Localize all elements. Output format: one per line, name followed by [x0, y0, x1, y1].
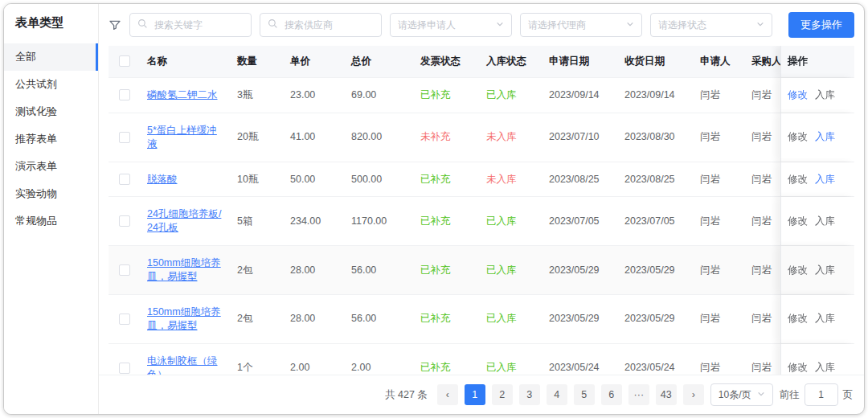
quantity-cell: 3瓶: [231, 78, 284, 113]
agent-select-placeholder: 请选择代理商: [528, 18, 586, 32]
sidebar-item[interactable]: 实验动物: [4, 180, 98, 207]
row-checkbox[interactable]: [119, 89, 130, 100]
store-action-link[interactable]: 入库: [815, 130, 835, 144]
page-number-button[interactable]: 3: [519, 384, 540, 405]
table-body: 磷酸氢二钾二水 3瓶 23.00 69.00 已补充 已入库 2023/09/1…: [108, 78, 854, 375]
apply-date-cell: 2023/09/14: [542, 78, 618, 113]
modify-action-link[interactable]: 修改: [788, 264, 808, 277]
apply-date-cell: 2023/05/24: [542, 344, 618, 375]
table-row: 电泳制胶框（绿色） 1个 2.00 2.00 已补充 已入库 2023/05/2…: [108, 344, 854, 375]
applicant-cell: 闫岩: [694, 162, 745, 197]
search-supplier-box: [260, 13, 382, 37]
goto-page-group: 前往 页: [780, 383, 854, 406]
select-all-checkbox[interactable]: [119, 55, 130, 67]
page-number-button[interactable]: 2: [492, 384, 513, 405]
next-page-button[interactable]: ›: [683, 384, 704, 405]
table-row: 150mm细胞培养皿，易握型 2包 28.00 56.00 已补充 已入库 20…: [108, 246, 854, 295]
item-name-link[interactable]: 脱落酸: [147, 173, 178, 186]
table-area: 名称 数量 单价 总价 发票状态 入库状态 申请日期 收货日期 申请人 采购人 …: [108, 46, 854, 375]
status-select[interactable]: 请选择状态: [650, 13, 772, 37]
toolbar: 请选择申请人 请选择代理商 请选择状态 更多操作: [99, 4, 864, 46]
column-header-unit-price: 单价: [284, 46, 345, 77]
page-size-select[interactable]: 10条/页: [710, 383, 773, 406]
total-price-cell: 56.00: [345, 295, 414, 343]
page-number-button[interactable]: 4: [547, 384, 567, 405]
sidebar-title: 表单类型: [4, 4, 98, 43]
total-price-cell: 500.00: [345, 162, 414, 197]
actions-cell: 修改 入库: [780, 295, 854, 343]
sidebar-item[interactable]: 全部: [4, 43, 98, 71]
table-row: 脱落酸 10瓶 50.00 500.00 已补充 未入库 2023/08/25 …: [108, 162, 854, 198]
row-checkbox[interactable]: [119, 215, 130, 227]
invoice-status-badge: 已补充: [420, 215, 451, 228]
row-checkbox[interactable]: [119, 132, 130, 143]
table-row: 150mm细胞培养皿，易握型 2包 28.00 56.00 已补充 已入库 20…: [108, 295, 854, 344]
applicant-cell: 闫岩: [694, 78, 745, 113]
data-table: 名称 数量 单价 总价 发票状态 入库状态 申请日期 收货日期 申请人 采购人 …: [108, 46, 854, 375]
item-name-link[interactable]: 磷酸氢二钾二水: [147, 88, 218, 102]
page-number-button[interactable]: 6: [601, 384, 622, 405]
page-number-button[interactable]: 1: [465, 384, 485, 405]
store-action-link[interactable]: 入库: [815, 264, 835, 277]
unit-price-cell: 50.00: [284, 162, 345, 197]
sidebar-item[interactable]: 演示表单: [4, 153, 98, 180]
quantity-cell: 2包: [231, 246, 284, 294]
storage-status-badge: 已入库: [486, 88, 517, 102]
modify-action-link[interactable]: 修改: [788, 312, 808, 326]
store-action-link[interactable]: 入库: [815, 361, 835, 375]
search-keyword-box: [129, 13, 252, 37]
applicant-select[interactable]: 请选择申请人: [390, 13, 512, 37]
store-action-link[interactable]: 入库: [815, 312, 835, 326]
sidebar-item[interactable]: 推荐表单: [4, 125, 98, 153]
prev-page-button[interactable]: ‹: [437, 384, 458, 405]
page-number-button[interactable]: 5: [574, 384, 595, 405]
column-header-apply-date: 申请日期: [542, 46, 618, 77]
item-name-link[interactable]: 150mm细胞培养皿，易握型: [147, 256, 224, 284]
sidebar-item[interactable]: 测试化验: [4, 98, 98, 125]
item-name-link[interactable]: 电泳制胶框（绿色）: [147, 354, 224, 375]
store-action-link[interactable]: 入库: [815, 173, 835, 186]
modify-action-link[interactable]: 修改: [788, 88, 808, 102]
sidebar-item-label: 推荐表单: [15, 133, 57, 145]
table-scroll-container[interactable]: 名称 数量 单价 总价 发票状态 入库状态 申请日期 收货日期 申请人 采购人 …: [108, 46, 854, 375]
total-count-label: 共 427 条: [385, 388, 428, 402]
row-checkbox[interactable]: [119, 314, 130, 325]
page-number-button[interactable]: 43: [656, 384, 677, 405]
sidebar-item-label: 常规物品: [15, 215, 57, 227]
table-row: 24孔细胞培养板/24孔板 5箱 234.00 1170.00 已补充 已入库 …: [108, 197, 854, 246]
filter-funnel-icon[interactable]: [108, 18, 121, 31]
column-header-actions: 操作: [780, 46, 854, 77]
modify-action-link[interactable]: 修改: [788, 173, 808, 186]
modify-action-link[interactable]: 修改: [788, 215, 808, 228]
receive-date-cell: 2023/07/05: [618, 197, 694, 245]
main-panel: 请选择申请人 请选择代理商 请选择状态 更多操作: [99, 4, 864, 414]
modify-action-link[interactable]: 修改: [788, 361, 808, 375]
modify-action-link[interactable]: 修改: [788, 130, 808, 144]
item-name-link[interactable]: 24孔细胞培养板/24孔板: [147, 207, 224, 235]
search-supplier-input[interactable]: [283, 18, 374, 31]
store-action-link[interactable]: 入库: [815, 215, 835, 228]
search-keyword-input[interactable]: [153, 18, 244, 31]
item-name-link[interactable]: 5*蛋白上样缓冲液: [147, 124, 224, 151]
row-checkbox[interactable]: [119, 363, 130, 374]
sidebar-item-label: 实验动物: [15, 187, 57, 199]
store-action-link[interactable]: 入库: [815, 88, 835, 102]
agent-select[interactable]: 请选择代理商: [520, 13, 642, 37]
row-checkbox[interactable]: [119, 174, 130, 185]
row-checkbox[interactable]: [119, 264, 130, 276]
status-select-placeholder: 请选择状态: [658, 18, 706, 32]
sidebar-item[interactable]: 常规物品: [4, 207, 98, 235]
page-number-button[interactable]: ···: [628, 384, 649, 405]
more-actions-button[interactable]: 更多操作: [788, 12, 854, 38]
apply-date-cell: 2023/05/29: [542, 246, 618, 294]
item-name-link[interactable]: 150mm细胞培养皿，易握型: [147, 305, 224, 333]
apply-date-cell: 2023/05/29: [542, 295, 618, 343]
sidebar-item[interactable]: 公共试剂: [4, 71, 98, 98]
unit-price-cell: 2.00: [284, 344, 345, 375]
goto-page-input[interactable]: [805, 383, 838, 406]
invoice-status-badge: 已补充: [420, 361, 451, 375]
storage-status-badge: 已入库: [486, 215, 517, 228]
chevron-down-icon: [757, 389, 765, 400]
column-header-receive-date: 收货日期: [618, 46, 694, 77]
receive-date-cell: 2023/05/29: [618, 295, 694, 343]
